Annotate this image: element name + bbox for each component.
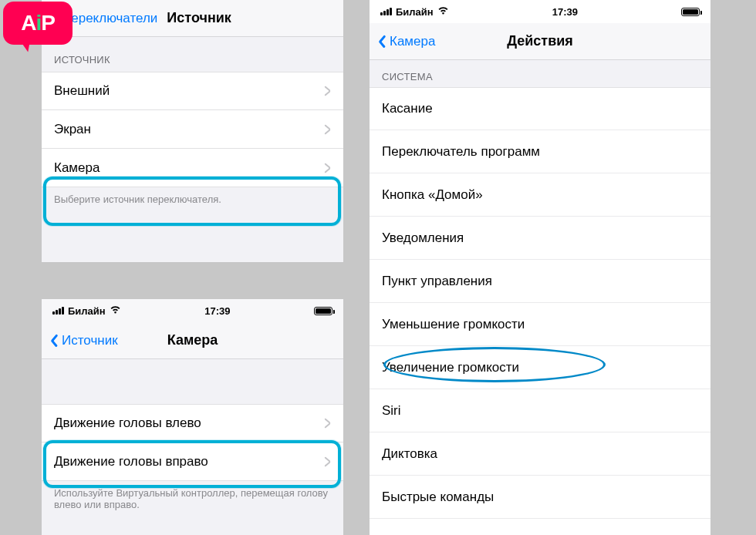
carrier: Билайн <box>68 305 106 317</box>
back-source[interactable]: Источник <box>49 333 118 348</box>
status-right <box>314 307 332 315</box>
row-app-switcher[interactable]: Переключатель программ <box>370 130 710 173</box>
nav-bar: Камера Действия <box>370 23 710 60</box>
row-label: Внешний <box>54 83 110 99</box>
chevron-left-icon <box>49 334 59 348</box>
row-label: Движение головы влево <box>54 416 201 431</box>
row-home[interactable]: Кнопка «Домой» <box>370 173 710 217</box>
row-label: Уменьшение громкости <box>382 317 525 332</box>
section-header: ИСТОЧНИК <box>42 37 343 72</box>
back-label: Источник <box>62 333 118 348</box>
status-left: Билайн <box>52 305 121 317</box>
row-label: Siri <box>382 403 401 419</box>
aip-logo: AiP <box>3 2 73 45</box>
section-header: СИСТЕМА <box>370 60 710 87</box>
signal-icon <box>380 8 392 15</box>
status-right <box>681 8 700 16</box>
row-volume-down[interactable]: Уменьшение громкости <box>370 303 710 346</box>
row-label: Касание <box>382 101 433 116</box>
row-dictation[interactable]: Диктовка <box>370 432 710 476</box>
panel-actions: Билайн 17:39 Камера Действия СИСТЕМА Кас… <box>370 0 710 535</box>
row-volume-up[interactable]: Увеличение громкости <box>370 346 710 389</box>
back-camera[interactable]: Камера <box>377 34 435 49</box>
battery-icon <box>314 307 332 315</box>
wifi-icon <box>110 305 121 316</box>
row-label: Уведомления <box>382 230 464 246</box>
carrier: Билайн <box>396 6 434 18</box>
nav-title: Действия <box>507 33 573 49</box>
nav-title: Камера <box>167 332 218 348</box>
time: 17:39 <box>552 6 578 18</box>
row-label: Переключатель программ <box>382 144 540 160</box>
battery-icon <box>681 8 700 16</box>
chevron-right-icon <box>324 456 331 467</box>
row-camera[interactable]: Камера <box>42 149 343 187</box>
signal-icon <box>52 307 64 315</box>
chevron-right-icon <box>324 418 331 429</box>
row-label: Движение головы вправо <box>54 454 208 469</box>
row-label: Экран <box>54 122 91 137</box>
back-label: Камера <box>390 34 435 49</box>
row-siri[interactable]: Siri <box>370 389 710 432</box>
row-label: Быстрые команды <box>382 490 494 505</box>
row-label: Пункт управления <box>382 274 492 289</box>
camera-list: Движение головы влево Движение головы вп… <box>42 404 343 481</box>
status-left: Билайн <box>380 6 449 18</box>
chevron-right-icon <box>324 86 331 96</box>
back-label: Переключатели <box>62 11 157 26</box>
row-external[interactable]: Внешний <box>42 72 343 110</box>
footer-note: Используйте Виртуальный контроллер, пере… <box>42 481 343 523</box>
panel-camera: Билайн 17:39 Источник Камера Движение го… <box>42 299 343 535</box>
wifi-icon <box>437 6 449 17</box>
nav-bar: Переключатели Источник <box>42 0 343 37</box>
row-shortcuts[interactable]: Быстрые команды <box>370 476 710 519</box>
row-label: Диктовка <box>382 446 437 462</box>
status-bar: Билайн 17:39 <box>42 299 343 322</box>
row-screen[interactable]: Экран <box>42 110 343 149</box>
row-label: Кнопка «Домой» <box>382 187 483 203</box>
nav-title: Источник <box>167 10 231 26</box>
row-notifications[interactable]: Уведомления <box>370 217 710 260</box>
chevron-right-icon <box>324 163 331 173</box>
status-bar: Билайн 17:39 <box>370 0 710 23</box>
time: 17:39 <box>204 305 230 317</box>
nav-bar: Источник Камера <box>42 322 343 359</box>
chevron-left-icon <box>377 35 386 49</box>
logo-text: AiP <box>21 11 55 35</box>
row-head-left[interactable]: Движение головы влево <box>42 404 343 442</box>
source-list: Внешний Экран Камера <box>42 72 343 187</box>
chevron-right-icon <box>324 124 331 135</box>
row-label: Камера <box>54 160 100 176</box>
row-label: Увеличение громкости <box>382 360 519 375</box>
footer-note: Выберите источник переключателя. <box>42 187 343 217</box>
panel-source: Переключатели Источник ИСТОЧНИК Внешний … <box>42 0 343 262</box>
row-head-right[interactable]: Движение головы вправо <box>42 442 343 481</box>
actions-list: Касание Переключатель программ Кнопка «Д… <box>370 87 710 519</box>
row-tap[interactable]: Касание <box>370 87 710 130</box>
row-control-center[interactable]: Пункт управления <box>370 260 710 303</box>
